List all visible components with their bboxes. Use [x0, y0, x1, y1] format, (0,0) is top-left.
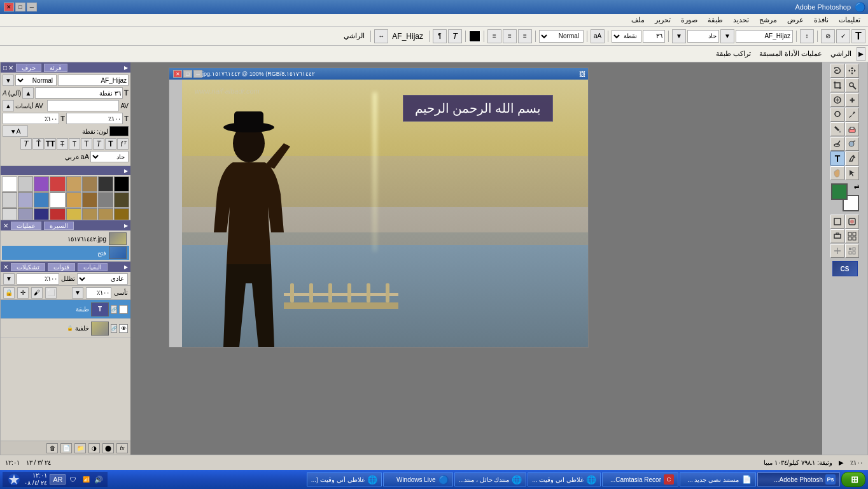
- taskbar-item-ie2[interactable]: 🌐 منتدك حائل ، منتد...: [454, 472, 527, 486]
- menu-item-taleemat[interactable]: تعليمات: [834, 15, 865, 25]
- swatch-12[interactable]: [66, 192, 81, 208]
- image-max-btn[interactable]: □: [183, 70, 192, 78]
- blur-tool[interactable]: [845, 137, 859, 151]
- warp-text-btn[interactable]: T: [448, 29, 462, 43]
- menu-item-tahdid[interactable]: تحديد: [728, 15, 754, 25]
- tray-lang[interactable]: AR: [50, 474, 66, 485]
- swap-colors[interactable]: ⇄: [854, 183, 859, 190]
- menu-item-morashih[interactable]: مرشح: [754, 15, 782, 25]
- swatch-10[interactable]: [98, 192, 113, 208]
- taskbar-item-ie1[interactable]: 🌐 غلاطي اني وقيت ...: [528, 472, 601, 486]
- layers-tab[interactable]: البقيات: [78, 263, 108, 271]
- char-color-swatch[interactable]: [109, 126, 129, 136]
- menu-item-malaf[interactable]: ملف: [626, 15, 650, 25]
- char-aa-dropdown[interactable]: حاد: [90, 151, 129, 162]
- opacity-arrow[interactable]: ▼: [3, 273, 15, 285]
- swatch-7[interactable]: [18, 176, 33, 192]
- char-style-tt[interactable]: TT: [45, 138, 56, 150]
- swatch-21[interactable]: [50, 208, 65, 220]
- char-style-t3[interactable]: T: [81, 138, 92, 150]
- swatch-18[interactable]: [98, 208, 113, 220]
- anti-alias-btn[interactable]: aA: [591, 29, 605, 43]
- swatch-14[interactable]: [34, 192, 49, 208]
- layer-vis-text[interactable]: 👁: [119, 305, 128, 314]
- lock-all[interactable]: 🔒: [3, 287, 15, 299]
- layer-bg[interactable]: 👁 🔗 خلفية 🔒: [1, 319, 130, 338]
- actions-tab[interactable]: عمليات: [11, 222, 41, 230]
- channels-tab[interactable]: قنوات: [48, 263, 75, 271]
- panel-max-btn[interactable]: □: [3, 64, 7, 71]
- font-size-input[interactable]: [643, 30, 665, 43]
- paths-tab[interactable]: تشكيلات: [11, 263, 45, 271]
- minimize-btn[interactable]: ─: [27, 3, 37, 11]
- patch-tool[interactable]: [830, 93, 844, 107]
- lasso-tool[interactable]: [830, 64, 844, 78]
- windows-flag[interactable]: [6, 472, 22, 487]
- taskbar-item-wl[interactable]: 🔵 Windows Live: [383, 472, 453, 486]
- history-item-open[interactable]: فتح: [2, 246, 129, 260]
- char-style-t4[interactable]: T: [69, 138, 80, 150]
- brush-tool[interactable]: [845, 108, 859, 122]
- image-canvas[interactable]: بسم الله الرحمن الرحيم www.naif-albadr.c…: [182, 80, 588, 347]
- taskbar-item-camtasia[interactable]: C Camtasia Recor...: [602, 472, 678, 486]
- close-btn[interactable]: ✕: [4, 3, 14, 11]
- history-panel-close[interactable]: ✕: [3, 222, 8, 229]
- canvas-area[interactable]: 🖼 jpg.١٥١٧٦١٤٤٢ @ 100% (RGB/8.١٥١٧٦١٤٤٢ …: [130, 62, 822, 455]
- select-tool[interactable]: [845, 166, 859, 180]
- char-style-bold[interactable]: fᵀ: [117, 138, 129, 150]
- taskbar-item-ie3[interactable]: 🌐 غلاطي أني وقيت (...: [307, 472, 382, 486]
- swatch-3[interactable]: [82, 176, 97, 192]
- swatch-23[interactable]: [18, 208, 33, 220]
- nav-btn1[interactable]: [845, 244, 859, 258]
- font-style-input[interactable]: [687, 30, 719, 43]
- char-style-t1[interactable]: T: [105, 138, 116, 150]
- history-tab[interactable]: السيرة: [44, 222, 74, 230]
- swatch-16[interactable]: [2, 192, 17, 208]
- fill-tool[interactable]: [830, 122, 844, 136]
- swatch-6[interactable]: [34, 176, 49, 192]
- char-font-name[interactable]: [58, 74, 129, 86]
- char-style-t2[interactable]: T: [93, 138, 104, 150]
- history-panel-collapse[interactable]: ▶: [124, 223, 128, 229]
- mode-select[interactable]: Normal: [539, 30, 584, 43]
- char-scale-h-input[interactable]: [3, 113, 59, 124]
- swatch-19[interactable]: [82, 208, 97, 220]
- swatch-1[interactable]: [114, 176, 129, 192]
- magic-wand-tool[interactable]: [845, 78, 859, 92]
- toolbar2-item1[interactable]: الراشي: [827, 47, 855, 61]
- align-center-btn[interactable]: ≡: [503, 29, 517, 43]
- swatch-20[interactable]: [66, 208, 81, 220]
- image-close-btn[interactable]: ✕: [173, 70, 182, 78]
- dodge-tool[interactable]: [830, 137, 844, 151]
- font-family-dropdown[interactable]: ▼: [720, 29, 734, 43]
- cancel-btn[interactable]: ⊘: [821, 29, 835, 43]
- view-mode-btn1[interactable]: [845, 229, 859, 243]
- menu-item-tahrir[interactable]: تحرير: [650, 15, 676, 25]
- nav-btn2[interactable]: [830, 244, 844, 258]
- swatch-5[interactable]: [50, 176, 65, 192]
- orient-toggle-btn[interactable]: ↔: [374, 29, 388, 43]
- layer-link-text[interactable]: 🔗: [111, 305, 117, 314]
- panel-close-btn[interactable]: ✕: [8, 64, 13, 71]
- layer-mask-btn[interactable]: ⬤: [102, 443, 114, 453]
- char-scale-v-input[interactable]: [66, 113, 123, 124]
- tray-security[interactable]: 🛡: [68, 474, 78, 485]
- font-style-dropdown[interactable]: ▼: [672, 29, 686, 43]
- pen-tool[interactable]: [845, 152, 859, 166]
- swatch-22[interactable]: [34, 208, 49, 220]
- quick-mask-btn[interactable]: [845, 215, 859, 229]
- char-aa-select[interactable]: A▼: [3, 125, 28, 137]
- image-min-btn[interactable]: ─: [193, 70, 202, 78]
- char-style-arrow[interactable]: ▼: [3, 74, 14, 86]
- history-item-file[interactable]: jpg.١٥١٧٦١٤٤٢: [2, 232, 129, 246]
- swatch-13[interactable]: [50, 192, 65, 208]
- crop-tool[interactable]: [830, 78, 844, 92]
- new-layer-btn[interactable]: 📄: [60, 443, 72, 453]
- lock-transparent[interactable]: ⬜: [45, 287, 57, 299]
- healing-tool[interactable]: ✚: [845, 93, 859, 107]
- menu-item-nafidha[interactable]: نافذة: [809, 15, 834, 25]
- taskbar-item-notepad[interactable]: 📄 مستند نصي جديد ...: [680, 472, 756, 486]
- swatch-2[interactable]: [98, 176, 113, 192]
- layer-group-btn[interactable]: 📁: [74, 443, 86, 453]
- panel-collapse-arrow[interactable]: ▶: [124, 65, 128, 71]
